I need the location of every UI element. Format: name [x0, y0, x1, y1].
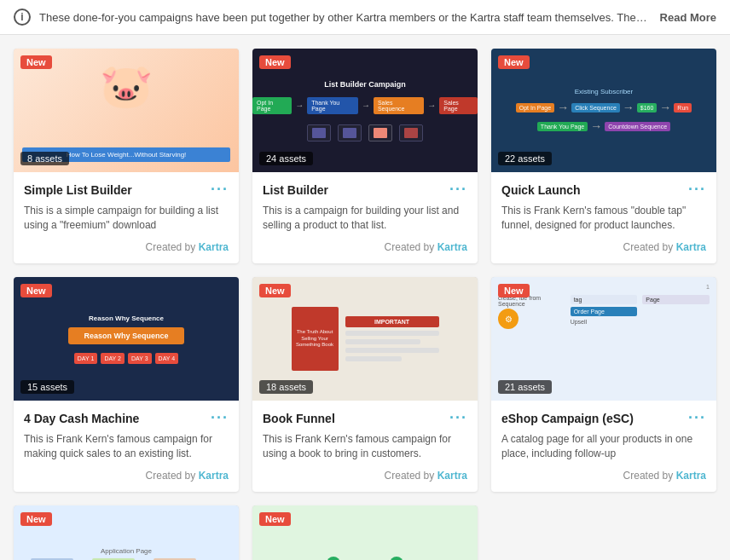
card-title-row: Book Funnel ···	[263, 409, 467, 427]
card-title-row: List Builder ···	[263, 181, 467, 199]
assets-badge: 22 assets	[498, 152, 552, 165]
card-title: Quick Launch	[501, 183, 581, 197]
campaign-card-simple-list-builder[interactable]: 🐷 How To Lose Weight...Without Starving!…	[14, 49, 239, 263]
card-title: eShop Campaign (eSC)	[501, 412, 634, 425]
card-body: 4 Day Cash Machine ··· This is Frank Ker…	[14, 401, 239, 492]
info-text: These done-for-you campaigns have been p…	[39, 11, 652, 24]
card-footer: Created by Kartra	[501, 241, 706, 253]
card-footer: Created by Kartra	[263, 470, 467, 482]
new-badge: New	[498, 55, 530, 69]
assets-badge: 24 assets	[259, 152, 313, 165]
read-more-button[interactable]: Read More	[660, 11, 716, 24]
card-title-row: Quick Launch ···	[501, 181, 706, 199]
card-body: Book Funnel ··· This is Frank Kern's fam…	[252, 401, 478, 492]
creator-link[interactable]: Kartra	[437, 241, 467, 253]
campaign-card-book-funnel[interactable]: The Truth About Selling Your Something B…	[252, 277, 478, 492]
card-thumbnail: Reason Why Sequence Reason Why Sequence …	[14, 277, 239, 401]
assets-badge: 8 assets	[20, 152, 69, 165]
card-description: This is a campaign for building your lis…	[263, 204, 467, 233]
campaign-card-4-day-cash-machine[interactable]: Reason Why Sequence Reason Why Sequence …	[14, 277, 239, 492]
assets-badge: 21 assets	[498, 380, 552, 394]
campaign-card-eshop-campaign[interactable]: Cart A 1 crease, ibe from Sequence ⚙ tag…	[491, 277, 716, 492]
campaign-card-quick-launch[interactable]: Existing Subscriber Opt In Page → Click …	[491, 49, 716, 263]
card-title: Book Funnel	[263, 412, 335, 425]
card-title-row: eShop Campaign (eSC) ···	[501, 409, 706, 427]
card-description: This is Frank Kern's famous campaign for…	[24, 432, 229, 461]
card-body: List Builder ··· This is a campaign for …	[252, 172, 478, 263]
creator-link[interactable]: Kartra	[199, 241, 229, 253]
card-body: Quick Launch ··· This is Frank Kern's fa…	[491, 172, 716, 263]
campaign-card-card-8[interactable]: ✓ Step 1 ✓ Step 2 New	[252, 505, 478, 560]
new-badge: New	[259, 55, 291, 69]
card-thumbnail: List Builder Campaign Opt In Page → Than…	[252, 49, 478, 172]
assets-badge: 18 assets	[259, 380, 313, 394]
card-body: Simple List Builder ··· This is a simple…	[14, 172, 239, 263]
card-footer: Created by Kartra	[263, 241, 467, 253]
card-title-row: Simple List Builder ···	[24, 181, 229, 199]
card-footer: Created by Kartra	[24, 470, 229, 482]
card-description: This is a simple campaign for building a…	[24, 204, 229, 233]
card-description: This is Frank Kern's famous "double tap"…	[501, 204, 706, 233]
card-menu-icon[interactable]: ···	[449, 181, 467, 199]
card-menu-icon[interactable]: ···	[211, 409, 229, 427]
card-thumbnail: Application Page → → New	[14, 505, 239, 560]
card-title-row: 4 Day Cash Machine ···	[24, 409, 229, 427]
new-badge: New	[259, 284, 291, 297]
new-badge: New	[20, 512, 52, 526]
card-thumbnail: 🐷 How To Lose Weight...Without Starving!…	[14, 49, 239, 172]
campaigns-grid: 🐷 How To Lose Weight...Without Starving!…	[0, 35, 730, 560]
card-description: This is Frank Kern's famous campaign for…	[263, 432, 467, 461]
new-badge: New	[259, 512, 291, 526]
card-description: A catalog page for all your products in …	[501, 432, 706, 461]
creator-link[interactable]: Kartra	[199, 470, 229, 482]
card-thumbnail: ✓ Step 1 ✓ Step 2 New	[252, 505, 478, 560]
card-footer: Created by Kartra	[24, 241, 229, 253]
card-title: Simple List Builder	[24, 183, 132, 197]
new-badge: New	[20, 284, 52, 297]
card-thumbnail: Existing Subscriber Opt In Page → Click …	[491, 49, 716, 172]
card-footer: Created by Kartra	[501, 470, 706, 482]
info-bar: i These done-for-you campaigns have been…	[0, 0, 730, 35]
campaign-card-card-7[interactable]: Application Page → → New	[14, 505, 239, 560]
assets-badge: 15 assets	[20, 380, 74, 394]
card-title: 4 Day Cash Machine	[24, 412, 139, 425]
card-body: eShop Campaign (eSC) ··· A catalog page …	[491, 401, 716, 492]
info-icon: i	[14, 9, 31, 26]
creator-link[interactable]: Kartra	[437, 470, 467, 482]
card-thumbnail: Cart A 1 crease, ibe from Sequence ⚙ tag…	[491, 277, 716, 401]
new-badge: New	[20, 55, 52, 69]
card-menu-icon[interactable]: ···	[449, 409, 467, 427]
card-menu-icon[interactable]: ···	[211, 181, 229, 199]
card-title: List Builder	[263, 183, 328, 197]
creator-link[interactable]: Kartra	[676, 470, 706, 482]
new-badge: New	[498, 284, 530, 297]
creator-link[interactable]: Kartra	[676, 241, 706, 253]
card-menu-icon[interactable]: ···	[688, 409, 706, 427]
card-thumbnail: The Truth About Selling Your Something B…	[252, 277, 478, 401]
card-menu-icon[interactable]: ···	[688, 181, 706, 199]
campaign-card-list-builder[interactable]: List Builder Campaign Opt In Page → Than…	[252, 49, 478, 263]
